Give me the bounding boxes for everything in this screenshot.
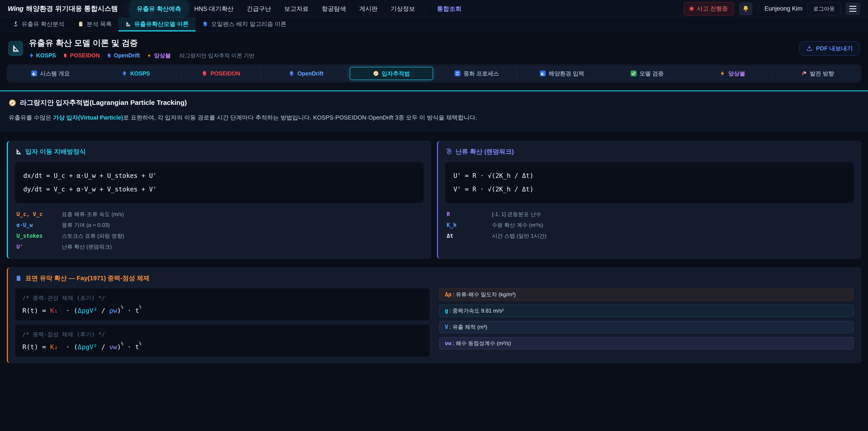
legend-row: U_c, V_c표층 해류·조류 속도 (m/s): [15, 209, 424, 220]
governing-equation-card: 입자 이동 지배방정식dx/dt = U_c + α·U_w + U_stoke…: [7, 141, 431, 259]
red-orb-icon: [202, 70, 208, 76]
formula-segment: /: [97, 307, 109, 314]
clipboard-icon: [78, 21, 84, 27]
tab-item[interactable]: 유출유 확산분석: [6, 18, 71, 31]
formula-segment: ¼: [139, 341, 142, 345]
code-block: /* 중력-관성 체제 (초기) */R(t) = K₁ · (ΔρgV² / …: [15, 288, 430, 320]
model-badge: OpenDrift: [107, 52, 140, 59]
section-nav-item[interactable]: 입자추적법: [350, 67, 433, 80]
red-orb-icon: [63, 53, 68, 58]
formula-segment: R(t) =: [22, 343, 50, 351]
legend-row: U'난류 확산 (랜덤워크): [15, 241, 424, 252]
legend-row: Δt시간 스텝 (일반 1시간): [445, 230, 854, 241]
page-title-icon-box: [8, 41, 23, 56]
legend-row: α·U_w풍류 기여 (α ≈ 0.03): [15, 220, 424, 230]
tab-item[interactable]: 오일펜스 배치 알고리즘 이론: [195, 18, 293, 31]
legend-desc: 표층 해류·조류 속도 (m/s): [62, 211, 124, 218]
divider: [426, 4, 426, 13]
pdf-export-button[interactable]: PDF 내보내기: [799, 41, 860, 56]
param-symbol: Δρ: [445, 291, 452, 298]
fay-formula-column: /* 중력-관성 체제 (초기) */R(t) = K₁ · (ΔρgV² / …: [15, 288, 430, 357]
legend-desc: 난류 확산 (랜덤워크): [62, 243, 112, 250]
model-badge-label: OpenDrift: [114, 52, 140, 59]
logout-button[interactable]: 로그아웃: [807, 2, 840, 15]
formula-segment: · t: [123, 307, 139, 314]
section-nav-item[interactable]: 모델 검증: [606, 67, 689, 80]
legend-desc: 스토크스 표류 (파랑 영향): [62, 232, 124, 240]
wave-icon: [31, 70, 37, 76]
section-nav-label: KOSPS: [130, 70, 150, 77]
topnav-item[interactable]: 항공탐색: [316, 1, 352, 16]
top-bar: Wing 해양환경 위기대응 통합시스템 유출유 확산예측HNS·대기확산긴급구…: [0, 0, 868, 18]
diamond-icon: [29, 53, 34, 58]
incident-status-label: 사고 진행중: [697, 5, 728, 13]
pdf-export-label: PDF 내보내기: [816, 44, 853, 53]
menu-button[interactable]: [845, 2, 860, 15]
section-nav-label: 시스템 개요: [40, 70, 70, 77]
param-pill: V : 유출 체적 (m³): [439, 321, 854, 333]
section-nav-label: 입자추적법: [382, 70, 410, 77]
topnav-item[interactable]: 긴급구난: [241, 1, 277, 16]
topnav-item[interactable]: 게시판: [353, 1, 383, 16]
fay-param-column: Δρ : 유류-해수 밀도차 (kg/m³)g : 중력가속도 9.81 m/s…: [439, 288, 854, 349]
card-title: 입자 이동 지배방정식: [15, 147, 424, 156]
formula-segment: K₁: [50, 307, 58, 314]
set-square-icon: [125, 21, 131, 27]
formula-segment: ΔρgV²: [78, 343, 97, 351]
page-subtitle: 라그랑지안 입자추적 이론 기반: [180, 52, 254, 59]
param-desc: : 유류-해수 밀도차 (kg/m³): [453, 291, 516, 298]
bell-icon: [742, 5, 749, 13]
section-nav-item[interactable]: OpenDrift: [265, 67, 347, 80]
code-block: /* 중력-점성 체제 (후기) */R(t) = K₂ · (ΔρgV² / …: [15, 325, 430, 357]
topnav-item[interactable]: 보고자료: [278, 1, 314, 16]
section-nav-label: 앙상블: [728, 70, 745, 77]
formula-segment: νw: [109, 343, 117, 351]
formula-segment: · (: [58, 307, 78, 314]
topnav-item[interactable]: 통합조회: [431, 1, 467, 16]
barrel-icon: [15, 275, 22, 282]
code-block: U' = R · √(2K_h / Δt) V' = R · √(2K_h / …: [445, 162, 854, 203]
section-nav-item[interactable]: POSEIDON: [180, 67, 262, 80]
section-nav-item[interactable]: 해양환경 입력: [521, 67, 603, 80]
topnav-item[interactable]: HNS·대기확산: [188, 1, 239, 16]
section-nav-item[interactable]: KOSPS: [94, 67, 177, 80]
legend-symbol: R: [447, 211, 492, 217]
card-title: 표면 유막 확산 — Fay(1971) 중력-점성 체제: [15, 274, 854, 282]
formula-line: R(t) = K₂ · (ΔρgV² / νw)⅙ · t¼: [22, 343, 423, 351]
formula-segment: R(t) =: [22, 307, 50, 314]
formula-segment: · t: [123, 343, 139, 351]
blue-orb-icon: [289, 70, 294, 76]
fay-spreading-card: 표면 유막 확산 — Fay(1971) 중력-점성 체제/* 중력-관성 체제…: [7, 267, 861, 363]
topnav-item[interactable]: 유출유 확산예측: [131, 1, 187, 16]
model-badge-row: KOSPSPOSEIDONOpenDrift앙상블라그랑지안 입자추적 이론 기…: [29, 52, 254, 59]
set-square-icon: [11, 44, 20, 53]
formula-segment: · (: [58, 343, 78, 351]
code-comment: /* 중력-관성 체제 (초기) */: [22, 294, 423, 302]
section-nav-item[interactable]: 시스템 개요: [9, 67, 92, 80]
formula-segment: K₂: [50, 343, 58, 351]
formula-segment: ): [117, 307, 121, 314]
app-title: 해양환경 위기대응 통합시스템: [26, 4, 118, 13]
divider: [124, 4, 125, 13]
section-nav-item[interactable]: 앙상블: [691, 67, 774, 80]
param-symbol: g: [445, 308, 448, 314]
incident-status-badge[interactable]: 사고 진행중: [684, 2, 734, 16]
notifications-button[interactable]: [739, 2, 752, 16]
model-badge-label: KOSPS: [36, 52, 56, 59]
model-badge-label: 앙상블: [154, 52, 171, 59]
microscope-icon: [13, 21, 19, 27]
section-nav-item[interactable]: 풍화 프로세스: [435, 67, 518, 80]
section-nav-item[interactable]: 발전 방향: [776, 67, 859, 80]
topnav-item[interactable]: 기상정보: [385, 1, 421, 16]
primary-nav: 유출유 확산예측HNS·대기확산긴급구난보고자료항공탐색게시판기상정보통합조회: [131, 1, 467, 16]
tab-item[interactable]: 분석 목록: [71, 18, 119, 31]
formula-segment: /: [97, 343, 109, 351]
wave-icon: [540, 70, 546, 76]
legend-row: U_stokes스토크스 표류 (파랑 영향): [15, 230, 424, 241]
legend-row: K_h수평 확산 계수 (m²/s): [445, 220, 854, 230]
section-nav-label: 풍화 프로세스: [463, 70, 499, 77]
secondary-tab-bar: 유출유 확산분석분석 목록유출유확산모델 이론오일펜스 배치 알고리즘 이론: [0, 18, 868, 32]
tab-item[interactable]: 유출유확산모델 이론: [119, 18, 195, 31]
legend-desc: 수평 확산 계수 (m²/s): [492, 221, 543, 229]
card-title-text: 표면 유막 확산 — Fay(1971) 중력-점성 체제: [25, 274, 149, 282]
